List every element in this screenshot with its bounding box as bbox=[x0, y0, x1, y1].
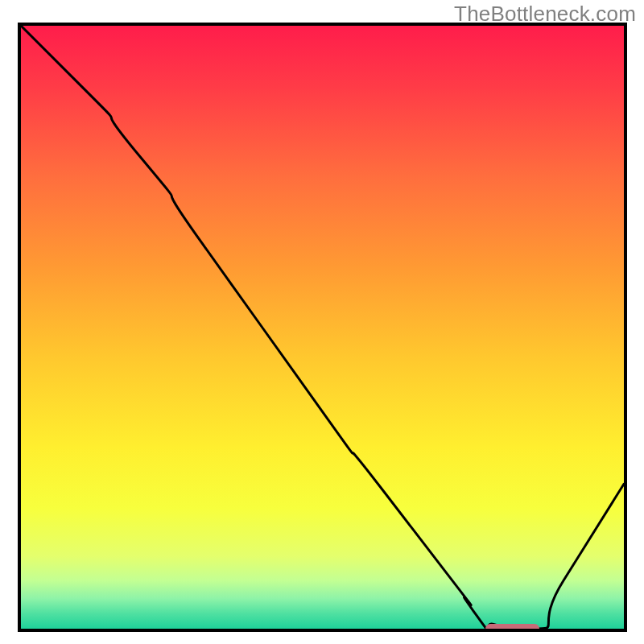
watermark-text: TheBottleneck.com bbox=[454, 2, 636, 27]
optimal-range-marker bbox=[485, 624, 539, 632]
svg-rect-0 bbox=[21, 26, 624, 629]
chart-background-gradient bbox=[21, 26, 624, 629]
chart-plot-area bbox=[18, 23, 627, 632]
